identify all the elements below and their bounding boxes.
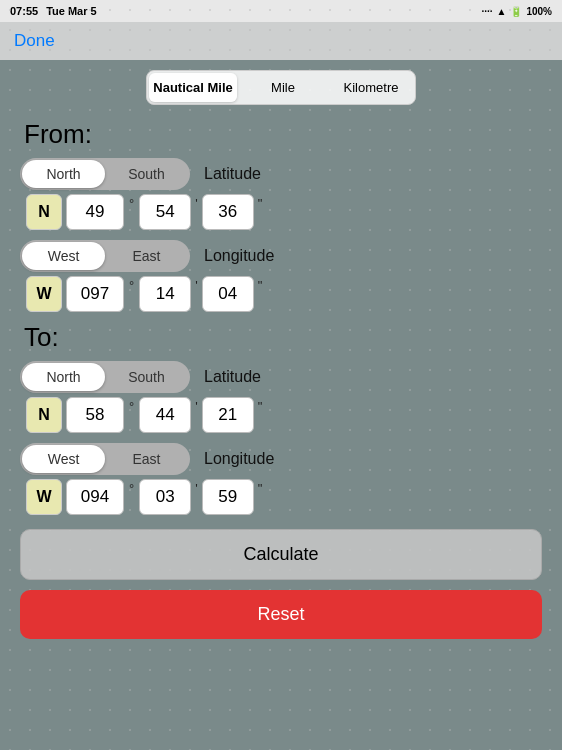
- from-lat-north[interactable]: North: [22, 160, 105, 188]
- to-longitude-group: West East Longitude W 094 ° 03 ' 59 ": [20, 443, 542, 515]
- from-lat-deg-sym: °: [129, 194, 134, 211]
- status-day: Tue Mar 5: [46, 5, 97, 17]
- from-lon-badge: W: [26, 276, 62, 312]
- from-lat-minutes[interactable]: 54: [139, 194, 191, 230]
- to-lon-minutes[interactable]: 03: [139, 479, 191, 515]
- battery-level: 100%: [526, 6, 552, 17]
- to-lat-label: Latitude: [204, 368, 261, 386]
- to-lon-sec-sym: ": [258, 479, 263, 496]
- done-button[interactable]: Done: [14, 31, 55, 51]
- from-lon-east[interactable]: East: [105, 242, 188, 270]
- status-bar: 07:55 Tue Mar 5 ···· ▲ 🔋 100%: [0, 0, 562, 22]
- to-lon-east[interactable]: East: [105, 445, 188, 473]
- main-content: Nautical Mile Mile Kilometre From: North…: [0, 60, 562, 649]
- from-lon-sec-sym: ": [258, 276, 263, 293]
- from-lat-south[interactable]: South: [105, 160, 188, 188]
- from-lon-label: Longitude: [204, 247, 274, 265]
- to-lat-sec-sym: ": [258, 397, 263, 414]
- signal-icon: ····: [481, 6, 492, 17]
- battery-icon: 🔋: [510, 6, 522, 17]
- from-lon-degrees[interactable]: 097: [66, 276, 124, 312]
- from-lat-toggle[interactable]: North South: [20, 158, 190, 190]
- to-lon-deg-sym: °: [129, 479, 134, 496]
- to-lon-min-sym: ': [195, 479, 197, 496]
- to-lon-seconds[interactable]: 59: [202, 479, 254, 515]
- calculate-button[interactable]: Calculate: [20, 529, 542, 580]
- to-lon-badge: W: [26, 479, 62, 515]
- from-lon-toggle[interactable]: West East: [20, 240, 190, 272]
- from-label: From:: [24, 119, 542, 150]
- to-lat-minutes[interactable]: 44: [139, 397, 191, 433]
- from-lat-badge: N: [26, 194, 62, 230]
- reset-button[interactable]: Reset: [20, 590, 542, 639]
- from-lat-min-sym: ': [195, 194, 197, 211]
- wifi-icon: ▲: [497, 6, 507, 17]
- from-lat-coord-row: N 49 ° 54 ' 36 ": [26, 194, 542, 230]
- to-lat-toggle[interactable]: North South: [20, 361, 190, 393]
- to-lat-deg-sym: °: [129, 397, 134, 414]
- to-lon-toggle[interactable]: West East: [20, 443, 190, 475]
- from-lat-degrees[interactable]: 49: [66, 194, 124, 230]
- to-lon-coord-row: W 094 ° 03 ' 59 ": [26, 479, 542, 515]
- nav-bar: Done: [0, 22, 562, 60]
- to-lon-degrees[interactable]: 094: [66, 479, 124, 515]
- from-lat-label: Latitude: [204, 165, 261, 183]
- from-lat-sec-sym: ": [258, 194, 263, 211]
- to-label: To:: [24, 322, 542, 353]
- to-lat-degrees[interactable]: 58: [66, 397, 124, 433]
- to-lat-min-sym: ': [195, 397, 197, 414]
- to-lon-west[interactable]: West: [22, 445, 105, 473]
- to-lat-badge: N: [26, 397, 62, 433]
- from-lon-deg-sym: °: [129, 276, 134, 293]
- unit-segmented-control: Nautical Mile Mile Kilometre: [146, 70, 416, 105]
- from-lat-seconds[interactable]: 36: [202, 194, 254, 230]
- from-longitude-group: West East Longitude W 097 ° 14 ' 04 ": [20, 240, 542, 312]
- from-lon-coord-row: W 097 ° 14 ' 04 ": [26, 276, 542, 312]
- from-lon-minutes[interactable]: 14: [139, 276, 191, 312]
- to-lon-label: Longitude: [204, 450, 274, 468]
- from-lon-west[interactable]: West: [22, 242, 105, 270]
- to-lat-south[interactable]: South: [105, 363, 188, 391]
- from-latitude-group: North South Latitude N 49 ° 54 ' 36 ": [20, 158, 542, 230]
- to-lat-north[interactable]: North: [22, 363, 105, 391]
- unit-mile[interactable]: Mile: [239, 71, 327, 104]
- unit-kilometre[interactable]: Kilometre: [327, 71, 415, 104]
- status-time: 07:55: [10, 5, 38, 17]
- to-latitude-group: North South Latitude N 58 ° 44 ' 21 ": [20, 361, 542, 433]
- unit-nautical-mile[interactable]: Nautical Mile: [149, 73, 237, 102]
- to-lat-seconds[interactable]: 21: [202, 397, 254, 433]
- from-lon-min-sym: ': [195, 276, 197, 293]
- from-lon-seconds[interactable]: 04: [202, 276, 254, 312]
- to-lat-coord-row: N 58 ° 44 ' 21 ": [26, 397, 542, 433]
